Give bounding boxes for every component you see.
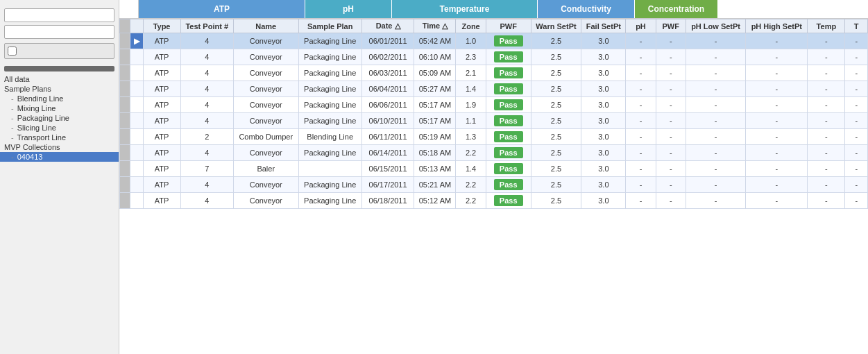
cell-warn_setpt: 2.5	[531, 81, 581, 97]
table-row[interactable]: ATP4ConveyorPackaging Line06/02/201106:1…	[120, 49, 868, 65]
cell-type: ATP	[143, 81, 180, 97]
col-arrow	[130, 19, 143, 33]
cell-date: 06/11/2011	[361, 129, 414, 145]
row-marker	[120, 65, 130, 81]
cell-date: 06/01/2011	[361, 33, 414, 49]
row-marker	[120, 129, 130, 145]
table-row[interactable]: ATP4ConveyorPackaging Line06/10/201105:1…	[120, 113, 868, 129]
date-range-label	[0, 3, 119, 7]
cell-test_point: 4	[180, 193, 233, 209]
cell-warn_setpt: 2.5	[531, 113, 581, 129]
row-marker	[120, 113, 130, 129]
cell-temp: -	[808, 193, 845, 209]
cell-zone: 2.3	[456, 49, 486, 65]
pass-badge: Pass	[494, 147, 523, 158]
cell-ph_pwf: -	[656, 145, 686, 161]
pass-badge: Pass	[494, 67, 523, 78]
row-marker	[120, 97, 130, 113]
cell-ph_pwf: -	[656, 129, 686, 145]
col-group-temperature: Temperature	[392, 0, 538, 18]
cell-date: 06/06/2011	[361, 97, 414, 113]
cell-ph_low_setpt: -	[686, 65, 745, 81]
cell-pwf: Pass	[486, 193, 531, 209]
cell-test_point: 4	[180, 97, 233, 113]
tree-item-slicing-line[interactable]: - Slicing Line	[0, 123, 119, 133]
apply-date-range-button[interactable]	[4, 43, 114, 59]
cell-sample_plan: Packaging Line	[298, 145, 361, 161]
date-from-input[interactable]	[4, 8, 114, 22]
cell-t: -	[845, 49, 868, 65]
tree-item-blending-line[interactable]: - Blending Line	[0, 94, 119, 103]
table-row[interactable]: ATP7Baler06/15/201105:13 AM1.4Pass2.53.0…	[120, 161, 868, 177]
cell-type: ATP	[143, 113, 180, 129]
tree-item-packaging-line[interactable]: - Packaging Line	[0, 113, 119, 123]
cell-t: -	[845, 193, 868, 209]
cell-fail_setpt: 3.0	[581, 177, 626, 193]
col-header-ph-high-setpt: pH High SetPt	[746, 19, 808, 33]
cell-warn_setpt: 2.5	[531, 145, 581, 161]
col-group-atp: ATP	[139, 0, 305, 18]
pass-badge: Pass	[494, 115, 523, 126]
cell-test_point: 2	[180, 129, 233, 145]
date-to-input[interactable]	[4, 25, 114, 39]
tree-item-mvp-collections[interactable]: MVP Collections	[0, 142, 119, 152]
table-row[interactable]: ATP4ConveyorPackaging Line06/17/201105:2…	[120, 177, 868, 193]
cell-ph_pwf: -	[656, 49, 686, 65]
cell-date: 06/04/2011	[361, 81, 414, 97]
col-header-time[interactable]: Time △	[414, 19, 456, 33]
cell-warn_setpt: 2.5	[531, 193, 581, 209]
cell-date: 06/02/2011	[361, 49, 414, 65]
cell-t: -	[845, 145, 868, 161]
cell-pwf: Pass	[486, 145, 531, 161]
tree-item-mixing-line[interactable]: - Mixing Line	[0, 103, 119, 113]
row-marker	[120, 33, 130, 49]
col-header-temp: Temp	[808, 19, 845, 33]
tree-item-sample-plans[interactable]: Sample Plans	[0, 84, 119, 94]
table-row[interactable]: ATP2Combo DumperBlending Line06/11/20110…	[120, 129, 868, 145]
cell-ph_low_setpt: -	[686, 161, 745, 177]
tree-item-transport-line[interactable]: - Transport Line	[0, 133, 119, 142]
tree-item-040413[interactable]: - 040413	[0, 152, 119, 162]
col-header-name: Name	[233, 19, 298, 33]
cell-type: ATP	[143, 129, 180, 145]
cell-pwf: Pass	[486, 161, 531, 177]
cell-ph_low_setpt: -	[686, 33, 745, 49]
table-row[interactable]: ATP4ConveyorPackaging Line06/03/201105:0…	[120, 65, 868, 81]
row-arrow	[130, 161, 143, 177]
cell-date: 06/18/2011	[361, 193, 414, 209]
cell-sample_plan: Packaging Line	[298, 65, 361, 81]
cell-temp: -	[808, 145, 845, 161]
pass-badge: Pass	[494, 35, 523, 47]
cell-ph_low_setpt: -	[686, 49, 745, 65]
cell-time: 05:17 AM	[414, 97, 456, 113]
cell-ph_pwf: -	[656, 33, 686, 49]
cell-time: 05:09 AM	[414, 65, 456, 81]
table-row[interactable]: ▶ATP4ConveyorPackaging Line06/01/201105:…	[120, 33, 868, 49]
tree-item-all-data[interactable]: All data	[0, 74, 119, 84]
cell-zone: 2.2	[456, 145, 486, 161]
col-header-t: T	[845, 19, 868, 33]
cell-name: Conveyor	[233, 145, 298, 161]
cell-ph: -	[626, 177, 656, 193]
pass-badge: Pass	[494, 195, 523, 206]
col-group-concentration: Concentration	[635, 0, 718, 18]
cell-zone: 1.3	[456, 129, 486, 145]
col-group-spacer	[119, 0, 139, 18]
tree: All dataSample Plans- Blending Line- Mix…	[0, 73, 119, 163]
cell-fail_setpt: 3.0	[581, 161, 626, 177]
col-header-fail-setpt: Fail SetPt	[581, 19, 626, 33]
data-table-wrapper[interactable]: TypeTest Point #NameSample PlanDate △Tim…	[119, 19, 868, 354]
cell-ph_pwf: -	[656, 113, 686, 129]
cell-ph_low_setpt: -	[686, 113, 745, 129]
table-row[interactable]: ATP4ConveyorPackaging Line06/18/201105:1…	[120, 193, 868, 209]
table-row[interactable]: ATP4ConveyorPackaging Line06/06/201105:1…	[120, 97, 868, 113]
cell-test_point: 4	[180, 33, 233, 49]
cell-ph_low_setpt: -	[686, 81, 745, 97]
apply-date-range-checkbox[interactable]	[8, 47, 17, 56]
cell-ph_high_setpt: -	[746, 177, 808, 193]
table-row[interactable]: ATP4ConveyorPackaging Line06/04/201105:2…	[120, 81, 868, 97]
cell-temp: -	[808, 113, 845, 129]
table-row[interactable]: ATP4ConveyorPackaging Line06/14/201105:1…	[120, 145, 868, 161]
col-header-date[interactable]: Date △	[361, 19, 414, 33]
select-to-view-label	[4, 66, 114, 71]
